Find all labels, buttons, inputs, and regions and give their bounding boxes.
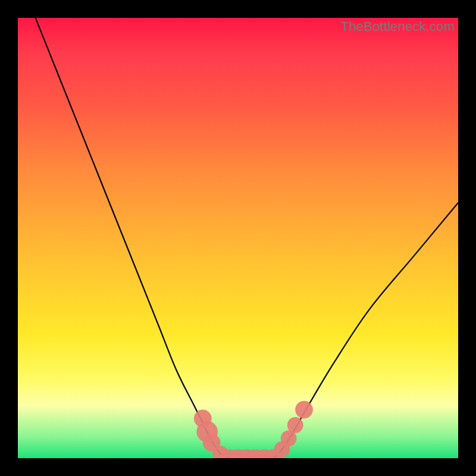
data-marker xyxy=(295,401,313,419)
marker-layer xyxy=(18,18,458,458)
data-marker xyxy=(287,417,303,433)
marker-group xyxy=(194,401,313,458)
plot-area: TheBottleneck.com xyxy=(18,18,458,458)
watermark-label: TheBottleneck.com xyxy=(340,19,455,35)
chart-frame: TheBottleneck.com xyxy=(0,0,476,476)
